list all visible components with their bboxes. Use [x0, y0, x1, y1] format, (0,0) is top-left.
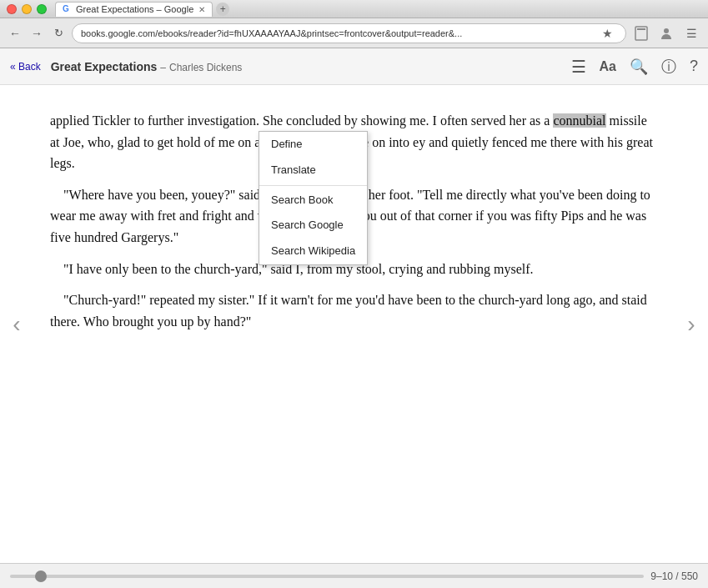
url-text: books.google.com/ebooks/reader?id=fhUXAA…	[81, 28, 597, 38]
context-menu: Define Translate Search Book Search Goog…	[259, 131, 368, 265]
highlighted-word[interactable]: connubial	[553, 113, 605, 128]
refresh-button[interactable]: ↻	[50, 25, 67, 42]
font-size-icon[interactable]: Aa	[600, 59, 616, 74]
contents-icon[interactable]: ☰	[571, 57, 586, 77]
svg-point-2	[664, 28, 669, 33]
info-icon[interactable]: ⓘ	[661, 57, 676, 77]
tab-title: Great Expectations – Google	[76, 4, 193, 14]
back-link[interactable]: « Back	[10, 61, 41, 73]
toolbar-icons: ☰ Aa 🔍 ⓘ ?	[571, 57, 698, 77]
forward-button[interactable]: →	[28, 25, 45, 42]
maximize-button[interactable]	[37, 4, 47, 14]
book-toolbar: « Back Great Expectations – Charles Dick…	[0, 48, 708, 85]
context-menu-search-book[interactable]: Search Book	[259, 188, 367, 214]
url-bar[interactable]: books.google.com/ebooks/reader?id=fhUXAA…	[72, 23, 626, 43]
context-menu-translate[interactable]: Translate	[259, 158, 367, 183]
tab-bar: G Great Expectations – Google ✕ +	[55, 2, 701, 17]
tab-favicon: G	[63, 4, 73, 14]
book-separator: –	[160, 62, 166, 73]
page-slider-thumb[interactable]	[35, 570, 47, 582]
paragraph-4: "Church-yard!" repeated my sister." If i…	[50, 289, 658, 332]
book-title-area: Great Expectations – Charles Dickens	[51, 60, 243, 73]
book-title: Great Expectations	[51, 60, 158, 73]
tab-close-button[interactable]: ✕	[198, 5, 205, 14]
context-menu-search-wikipedia[interactable]: Search Wikipedia	[259, 239, 367, 264]
new-tab-button[interactable]: +	[216, 3, 229, 16]
bookmark-star-icon[interactable]: ★	[597, 23, 617, 43]
context-menu-divider	[259, 185, 367, 186]
context-menu-define[interactable]: Define	[259, 132, 367, 158]
next-page-button[interactable]: ›	[675, 85, 708, 563]
reader-area: ‹ applied Tickler to further investigati…	[0, 85, 708, 563]
back-button[interactable]: ←	[7, 25, 23, 42]
profile-button[interactable]	[656, 23, 676, 43]
bottom-bar: 9–10 / 550	[0, 563, 708, 588]
minimize-button[interactable]	[22, 4, 32, 14]
bookmark-button[interactable]	[631, 23, 651, 43]
page-slider-track[interactable]	[10, 575, 644, 578]
search-icon[interactable]: 🔍	[630, 58, 648, 76]
context-menu-search-google[interactable]: Search Google	[259, 213, 367, 239]
svg-rect-1	[637, 28, 645, 30]
help-icon[interactable]: ?	[690, 58, 698, 75]
prev-page-button[interactable]: ‹	[0, 85, 33, 563]
titlebar: G Great Expectations – Google ✕ +	[0, 0, 708, 18]
page-indicator: 9–10 / 550	[650, 570, 698, 582]
book-author: Charles Dickens	[169, 62, 242, 73]
active-tab[interactable]: G Great Expectations – Google ✕	[55, 2, 213, 17]
page-slider-container	[10, 575, 644, 578]
book-content: applied Tickler to further investigation…	[33, 85, 675, 563]
close-button[interactable]	[7, 4, 17, 14]
window-controls	[7, 4, 47, 14]
menu-button[interactable]: ☰	[681, 23, 701, 43]
address-bar: ← → ↻ books.google.com/ebooks/reader?id=…	[0, 18, 708, 48]
para1-text-start: applied Tickler to further investigation…	[50, 113, 553, 128]
